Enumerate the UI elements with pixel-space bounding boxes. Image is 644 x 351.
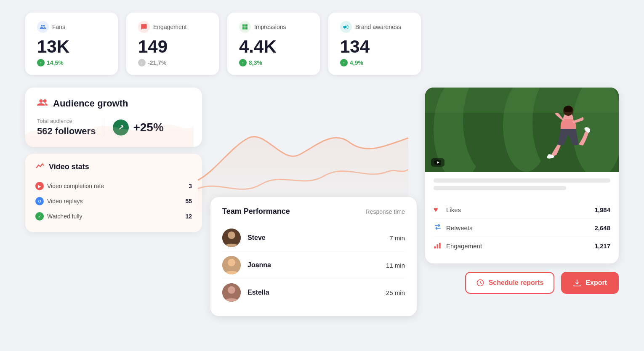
team-member-row-1: Joanna 11 min	[222, 252, 405, 279]
stat-card-engagement-header: Engagement	[138, 21, 207, 33]
video-stat-value-0: 3	[189, 183, 192, 189]
video-stats-heading: Video stats	[49, 162, 89, 171]
impressions-change: ↑ 8,3%	[239, 59, 308, 66]
audience-wave-decoration	[25, 113, 194, 147]
content-placeholder-lines	[425, 172, 619, 197]
stat-cards: Fans 13K ↑ 14,5% Engagement 149 ↓ -21,7%	[25, 13, 619, 75]
svg-point-5	[228, 259, 235, 266]
brand-change-dot: ↑	[340, 59, 348, 66]
engagement-label: Engagement	[153, 24, 186, 30]
member-name-estella: Estella	[247, 289, 379, 296]
svg-rect-19	[434, 247, 436, 249]
video-stat-row-2: ✓ Watched fully 12	[35, 209, 192, 224]
fans-value: 13K	[37, 37, 106, 56]
stat-card-engagement: Engagement 149 ↓ -21,7%	[126, 13, 219, 75]
brand-icon	[340, 21, 352, 33]
social-stat-likes: ♥ Likes 1,984	[434, 201, 610, 219]
social-stat-retweets: Retweets 2,648	[434, 219, 610, 237]
video-play-badge	[431, 158, 444, 167]
member-name-joanna: Joanna	[247, 261, 379, 269]
audience-growth-heading: Audience growth	[53, 98, 128, 109]
audience-growth-title: Audience growth	[37, 98, 190, 109]
video-stat-label-1: ↺ Video replays	[35, 197, 83, 205]
video-stats-trend-icon	[35, 162, 45, 172]
retweets-icon	[434, 223, 446, 232]
impressions-label: Impressions	[254, 24, 286, 30]
svg-rect-20	[437, 245, 438, 249]
video-stat-value-1: 55	[185, 198, 192, 205]
member-name-steve: Steve	[247, 234, 383, 242]
stat-card-brand-header: Brand awareness	[340, 21, 409, 33]
svg-rect-21	[439, 243, 440, 248]
video-stat-row-0: ▶ Video completion rate 3	[35, 178, 192, 194]
stat-card-brand: Brand awareness 134 ↑ 4,9%	[328, 13, 421, 75]
stat-card-impressions: Impressions 4.4K ↑ 8,3%	[227, 13, 320, 75]
video-stat-name-1: Video replays	[47, 198, 83, 205]
schedule-reports-label: Schedule reports	[489, 279, 544, 287]
brand-change-value: 4,9%	[350, 59, 363, 66]
likes-label: Likes	[446, 206, 594, 213]
brand-value: 134	[340, 37, 409, 56]
audience-growth-card: Audience growth Total audience 562 follo…	[25, 88, 202, 147]
fans-icon	[37, 21, 49, 33]
fans-change-value: 14,5%	[47, 59, 64, 66]
main-content: Audience growth Total audience 562 follo…	[25, 88, 619, 316]
schedule-reports-button[interactable]: Schedule reports	[465, 272, 555, 294]
video-stat-label-0: ▶ Video completion rate	[35, 182, 104, 190]
team-member-row-0: Steve 7 min	[222, 224, 405, 252]
content-line-2	[434, 186, 566, 190]
team-member-row-2: Estella 25 min	[222, 279, 405, 306]
member-avatar-estella	[222, 283, 241, 302]
svg-rect-14	[425, 88, 619, 113]
likes-icon: ♥	[434, 205, 446, 214]
schedule-icon	[476, 279, 484, 287]
audience-growth-icon	[37, 98, 49, 109]
engagement-icon	[138, 21, 150, 33]
engagement-change-value: -21,7%	[148, 59, 166, 66]
export-icon	[573, 279, 581, 287]
fans-change-dot: ↑	[37, 59, 45, 66]
member-avatar-steve	[222, 229, 241, 247]
social-stat-engagement: Engagement 1,217	[434, 237, 610, 255]
action-buttons: Schedule reports Export	[425, 272, 619, 294]
video-stat-value-2: 12	[185, 213, 192, 220]
main-container: Fans 13K ↑ 14,5% Engagement 149 ↓ -21,7%	[0, 0, 644, 351]
fans-label: Fans	[52, 24, 65, 30]
member-time-estella: 25 min	[386, 289, 405, 296]
member-time-joanna: 11 min	[386, 262, 405, 269]
svg-point-7	[228, 286, 235, 294]
retweets-label: Retweets	[446, 224, 594, 231]
right-panel: ♥ Likes 1,984 Retweets 2,648	[425, 88, 619, 294]
video-stat-name-2: Watched fully	[47, 213, 82, 220]
member-avatar-joanna	[222, 256, 241, 274]
impressions-icon	[239, 21, 251, 33]
video-stat-label-2: ✓ Watched fully	[35, 212, 82, 221]
member-time-steve: 7 min	[389, 234, 405, 242]
video-stats-card: Video stats ▶ Video completion rate 3 ↺ …	[25, 154, 202, 232]
middle-panel: Team Performance Response time Steve 7 m…	[210, 88, 417, 316]
left-panel: Audience growth Total audience 562 follo…	[25, 88, 202, 232]
fans-change: ↑ 14,5%	[37, 59, 106, 66]
social-post-image	[425, 88, 619, 172]
vstat-watched-icon: ✓	[35, 212, 44, 221]
team-performance-card: Team Performance Response time Steve 7 m…	[210, 197, 417, 316]
vstat-play-icon: ▶	[35, 182, 44, 190]
impressions-value: 4.4K	[239, 37, 308, 56]
response-time-label: Response time	[366, 208, 405, 215]
export-label: Export	[585, 279, 607, 287]
engagement-value: 149	[138, 37, 207, 56]
social-post-card: ♥ Likes 1,984 Retweets 2,648	[425, 88, 619, 263]
brand-label: Brand awareness	[355, 24, 401, 30]
retweets-value: 2,648	[594, 224, 610, 231]
stat-card-fans-header: Fans	[37, 21, 106, 33]
export-button[interactable]: Export	[561, 272, 619, 294]
social-engagement-label: Engagement	[446, 242, 594, 250]
brand-change: ↑ 4,9%	[340, 59, 409, 66]
svg-point-3	[228, 231, 235, 239]
vstat-replay-icon: ↺	[35, 197, 44, 205]
likes-value: 1,984	[594, 206, 610, 213]
social-engagement-icon	[434, 241, 446, 251]
video-stats-title: Video stats	[35, 162, 192, 172]
athlete-scene	[425, 88, 619, 172]
svg-point-1	[43, 99, 47, 103]
